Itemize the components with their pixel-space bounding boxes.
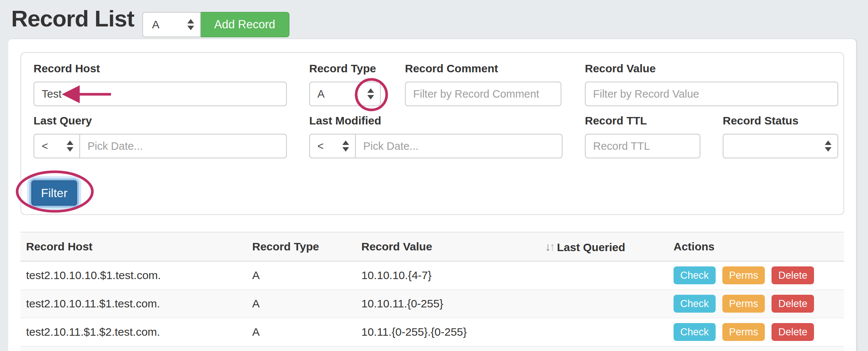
record-list-page: Record List A Add Record Record Host Rec…	[0, 0, 868, 351]
record-type-select-value: A	[317, 88, 324, 100]
column-header-record-type: Record Type	[247, 232, 356, 261]
last-query-operator-select[interactable]: <	[34, 134, 80, 158]
record-value-group: Record Value	[585, 62, 838, 106]
column-header-record-host: Record Host	[20, 232, 247, 261]
select-stepper-icon	[825, 140, 831, 152]
delete-button[interactable]: Delete	[772, 266, 814, 284]
record-status-select[interactable]	[723, 134, 838, 158]
record-type-label: Record Type	[309, 62, 381, 75]
record-status-label: Record Status	[723, 114, 838, 127]
record-type-group: Record Type A	[309, 62, 381, 106]
cell-record-value: 10.10.10.{4-7}	[356, 261, 539, 290]
cell-last-queried	[539, 318, 668, 346]
last-query-operator-value: <	[42, 140, 48, 152]
last-query-label: Last Query	[34, 114, 287, 127]
filter-panel: Record Host Record Type A Record Comment…	[20, 52, 844, 215]
add-record-button[interactable]: Add Record	[200, 12, 289, 37]
table-row: test2.10.10.10.$1.test.com. A 10.10.10.{…	[20, 261, 844, 290]
select-stepper-icon	[67, 140, 73, 152]
last-modified-label: Last Modified	[309, 114, 563, 127]
check-button[interactable]: Check	[674, 323, 716, 341]
cell-last-queried	[539, 290, 668, 318]
record-value-input[interactable]	[585, 82, 838, 106]
page-title: Record List	[11, 5, 134, 32]
perms-button[interactable]: Perms	[722, 295, 765, 313]
cell-actions: Check Perms Delete	[668, 318, 844, 346]
last-query-date-input[interactable]	[79, 134, 287, 158]
record-comment-label: Record Comment	[405, 62, 561, 75]
cell-record-type: A	[247, 318, 356, 346]
record-type-quick-select[interactable]: A	[142, 12, 201, 37]
cell-actions: Check Perms Delete	[668, 261, 844, 290]
cell-record-host: test2.10.11.$1.$2.test.com.	[20, 318, 247, 346]
perms-button[interactable]: Perms	[722, 266, 765, 284]
sort-icon[interactable]: ↓↑	[545, 240, 554, 254]
cell-actions: Check Perms Delete	[668, 290, 844, 318]
last-modified-operator-value: <	[317, 140, 324, 152]
select-stepper-icon	[187, 19, 194, 30]
record-status-group: Record Status	[723, 114, 838, 158]
cell-record-host: test2.10.10.11.$1.test.com.	[20, 290, 247, 318]
record-host-group: Record Host	[34, 62, 287, 106]
column-header-last-queried-label: Last Queried	[557, 241, 625, 253]
last-query-group: Last Query <	[34, 114, 287, 158]
last-modified-operator-select[interactable]: <	[309, 134, 356, 158]
record-ttl-input[interactable]	[585, 134, 700, 158]
table-row: test2.10.11.$1.$2.test.com. A 10.11.{0-2…	[20, 318, 844, 346]
cell-record-value	[356, 346, 539, 351]
records-table: Record Host Record Type Record Value ↓↑L…	[20, 232, 844, 351]
cell-last-queried	[539, 261, 668, 290]
record-type-select[interactable]: A	[309, 82, 381, 106]
record-value-label: Record Value	[585, 62, 838, 75]
record-type-quick-select-value: A	[152, 18, 159, 31]
cell-record-host	[20, 346, 247, 351]
delete-button[interactable]: Delete	[772, 323, 814, 341]
delete-button[interactable]: Delete	[772, 295, 814, 313]
record-ttl-group: Record TTL	[585, 114, 700, 158]
table-row	[20, 346, 844, 351]
record-comment-group: Record Comment	[405, 62, 561, 106]
perms-button[interactable]: Perms	[722, 323, 765, 341]
cell-actions	[668, 346, 844, 351]
cell-record-type: A	[247, 290, 356, 318]
filter-button[interactable]: Filter	[31, 180, 77, 206]
record-ttl-label: Record TTL	[585, 114, 700, 127]
table-header-row: Record Host Record Type Record Value ↓↑L…	[20, 232, 844, 261]
cell-record-type	[247, 346, 356, 351]
cell-record-value: 10.10.11.{0-255}	[356, 290, 539, 318]
table-row: test2.10.10.11.$1.test.com. A 10.10.11.{…	[20, 290, 844, 318]
cell-record-type: A	[247, 261, 356, 290]
column-header-record-value: Record Value	[356, 232, 539, 261]
last-modified-date-input[interactable]	[355, 134, 563, 158]
add-record-group: A Add Record	[142, 12, 289, 37]
column-header-last-queried: ↓↑Last Queried	[539, 232, 668, 261]
check-button[interactable]: Check	[674, 266, 716, 284]
select-stepper-icon	[342, 140, 349, 152]
cell-record-host: test2.10.10.10.$1.test.com.	[20, 261, 247, 290]
last-modified-group: Last Modified <	[309, 114, 563, 158]
cell-last-queried	[539, 346, 668, 351]
check-button[interactable]: Check	[674, 295, 716, 313]
column-header-actions: Actions	[668, 232, 844, 261]
cell-record-value: 10.11.{0-255}.{0-255}	[356, 318, 539, 346]
table-body: test2.10.10.10.$1.test.com. A 10.10.10.{…	[20, 261, 844, 351]
record-host-label: Record Host	[34, 62, 287, 75]
record-host-input[interactable]	[34, 82, 287, 106]
select-stepper-icon	[367, 88, 374, 99]
record-comment-input[interactable]	[405, 82, 561, 106]
content-card: Record Host Record Type A Record Comment…	[8, 39, 856, 351]
